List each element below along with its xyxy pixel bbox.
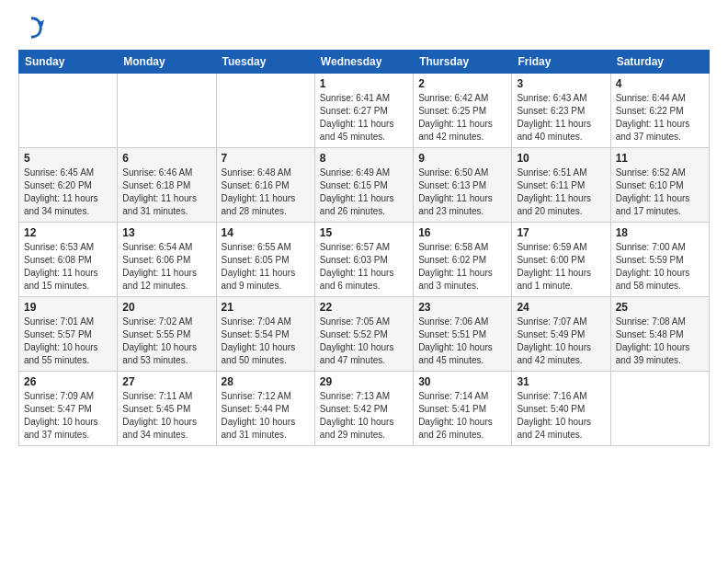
calendar-cell: 26Sunrise: 7:09 AM Sunset: 5:47 PM Dayli… (19, 372, 118, 446)
day-number: 20 (122, 301, 210, 314)
calendar-cell: 19Sunrise: 7:01 AM Sunset: 5:57 PM Dayli… (19, 297, 118, 372)
day-info: Sunrise: 7:04 AM Sunset: 5:54 PM Dayligh… (222, 316, 310, 367)
calendar-body: 1Sunrise: 6:41 AM Sunset: 6:27 PM Daylig… (19, 74, 710, 446)
day-info: Sunrise: 6:43 AM Sunset: 6:23 PM Dayligh… (517, 92, 605, 144)
day-number: 29 (320, 375, 408, 388)
day-info: Sunrise: 6:50 AM Sunset: 6:13 PM Dayligh… (418, 167, 506, 218)
day-number: 6 (122, 152, 210, 165)
calendar-cell: 8Sunrise: 6:49 AM Sunset: 6:15 PM Daylig… (314, 148, 413, 223)
day-number: 24 (517, 301, 605, 314)
day-of-week-header: Friday (512, 51, 610, 74)
calendar-cell (216, 74, 314, 148)
day-info: Sunrise: 7:05 AM Sunset: 5:52 PM Dayligh… (320, 316, 408, 367)
day-number: 28 (222, 375, 310, 388)
day-number: 23 (418, 301, 506, 314)
calendar-cell: 20Sunrise: 7:02 AM Sunset: 5:55 PM Dayli… (118, 297, 216, 372)
calendar-cell: 9Sunrise: 6:50 AM Sunset: 6:13 PM Daylig… (414, 148, 512, 223)
calendar-cell: 17Sunrise: 6:59 AM Sunset: 6:00 PM Dayli… (512, 223, 610, 297)
calendar-cell: 12Sunrise: 6:53 AM Sunset: 6:08 PM Dayli… (19, 223, 118, 297)
day-info: Sunrise: 7:13 AM Sunset: 5:42 PM Dayligh… (320, 390, 408, 442)
day-number: 3 (517, 77, 605, 90)
day-info: Sunrise: 7:06 AM Sunset: 5:51 PM Dayligh… (418, 316, 506, 367)
calendar-cell: 21Sunrise: 7:04 AM Sunset: 5:54 PM Dayli… (216, 297, 314, 372)
day-info: Sunrise: 6:53 AM Sunset: 6:08 PM Dayligh… (24, 241, 112, 293)
day-number: 9 (418, 152, 506, 165)
day-of-week-header: Saturday (610, 51, 709, 74)
calendar-cell: 16Sunrise: 6:58 AM Sunset: 6:02 PM Dayli… (414, 223, 512, 297)
day-number: 31 (517, 375, 605, 388)
calendar-cell: 7Sunrise: 6:48 AM Sunset: 6:16 PM Daylig… (216, 148, 314, 223)
day-info: Sunrise: 6:51 AM Sunset: 6:11 PM Dayligh… (517, 167, 605, 218)
logo-icon (18, 15, 44, 40)
day-number: 11 (616, 152, 704, 165)
day-info: Sunrise: 6:49 AM Sunset: 6:15 PM Dayligh… (320, 167, 408, 218)
day-info: Sunrise: 7:16 AM Sunset: 5:40 PM Dayligh… (517, 390, 605, 442)
day-number: 12 (24, 226, 112, 239)
calendar-cell (19, 74, 118, 148)
calendar-cell: 28Sunrise: 7:12 AM Sunset: 5:44 PM Dayli… (216, 372, 314, 446)
day-info: Sunrise: 7:08 AM Sunset: 5:48 PM Dayligh… (616, 316, 704, 367)
calendar-cell: 15Sunrise: 6:57 AM Sunset: 6:03 PM Dayli… (314, 223, 413, 297)
days-of-week-row: SundayMondayTuesdayWednesdayThursdayFrid… (19, 51, 710, 74)
day-info: Sunrise: 7:11 AM Sunset: 5:45 PM Dayligh… (122, 390, 210, 442)
day-number: 13 (122, 226, 210, 239)
calendar-cell: 3Sunrise: 6:43 AM Sunset: 6:23 PM Daylig… (512, 74, 610, 148)
day-of-week-header: Monday (118, 51, 216, 74)
day-of-week-header: Tuesday (216, 51, 314, 74)
calendar-cell: 14Sunrise: 6:55 AM Sunset: 6:05 PM Dayli… (216, 223, 314, 297)
day-info: Sunrise: 7:00 AM Sunset: 5:59 PM Dayligh… (616, 241, 704, 293)
day-number: 19 (24, 301, 112, 314)
calendar-cell: 18Sunrise: 7:00 AM Sunset: 5:59 PM Dayli… (610, 223, 709, 297)
calendar-cell: 31Sunrise: 7:16 AM Sunset: 5:40 PM Dayli… (512, 372, 610, 446)
day-info: Sunrise: 6:55 AM Sunset: 6:05 PM Dayligh… (222, 241, 310, 293)
calendar-cell: 30Sunrise: 7:14 AM Sunset: 5:41 PM Dayli… (414, 372, 512, 446)
day-number: 10 (517, 152, 605, 165)
day-number: 30 (418, 375, 506, 388)
day-info: Sunrise: 6:59 AM Sunset: 6:00 PM Dayligh… (517, 241, 605, 293)
day-number: 1 (320, 77, 408, 90)
day-info: Sunrise: 6:57 AM Sunset: 6:03 PM Dayligh… (320, 241, 408, 293)
calendar-cell: 29Sunrise: 7:13 AM Sunset: 5:42 PM Dayli… (314, 372, 413, 446)
calendar-cell: 23Sunrise: 7:06 AM Sunset: 5:51 PM Dayli… (414, 297, 512, 372)
day-info: Sunrise: 6:45 AM Sunset: 6:20 PM Dayligh… (24, 167, 112, 218)
day-number: 21 (222, 301, 310, 314)
day-number: 14 (222, 226, 310, 239)
day-info: Sunrise: 6:41 AM Sunset: 6:27 PM Dayligh… (320, 92, 408, 144)
day-info: Sunrise: 6:48 AM Sunset: 6:16 PM Dayligh… (222, 167, 310, 218)
calendar-cell: 13Sunrise: 6:54 AM Sunset: 6:06 PM Dayli… (118, 223, 216, 297)
day-number: 4 (616, 77, 704, 90)
day-number: 7 (222, 152, 310, 165)
calendar-cell (610, 372, 709, 446)
calendar-cell: 11Sunrise: 6:52 AM Sunset: 6:10 PM Dayli… (610, 148, 709, 223)
calendar-cell: 1Sunrise: 6:41 AM Sunset: 6:27 PM Daylig… (314, 74, 413, 148)
day-info: Sunrise: 7:09 AM Sunset: 5:47 PM Dayligh… (24, 390, 112, 442)
calendar-cell (118, 74, 216, 148)
calendar-cell: 27Sunrise: 7:11 AM Sunset: 5:45 PM Dayli… (118, 372, 216, 446)
day-number: 18 (616, 226, 704, 239)
day-info: Sunrise: 7:12 AM Sunset: 5:44 PM Dayligh… (222, 390, 310, 442)
day-number: 17 (517, 226, 605, 239)
logo (18, 15, 46, 40)
day-info: Sunrise: 6:46 AM Sunset: 6:18 PM Dayligh… (122, 167, 210, 218)
calendar-week-row: 5Sunrise: 6:45 AM Sunset: 6:20 PM Daylig… (19, 148, 710, 223)
day-info: Sunrise: 7:01 AM Sunset: 5:57 PM Dayligh… (24, 316, 112, 367)
day-number: 16 (418, 226, 506, 239)
calendar-cell: 24Sunrise: 7:07 AM Sunset: 5:49 PM Dayli… (512, 297, 610, 372)
day-info: Sunrise: 6:44 AM Sunset: 6:22 PM Dayligh… (616, 92, 704, 144)
day-number: 27 (122, 375, 210, 388)
calendar-cell: 25Sunrise: 7:08 AM Sunset: 5:48 PM Dayli… (610, 297, 709, 372)
day-info: Sunrise: 6:58 AM Sunset: 6:02 PM Dayligh… (418, 241, 506, 293)
day-number: 2 (418, 77, 506, 90)
header (18, 15, 710, 40)
calendar-week-row: 12Sunrise: 6:53 AM Sunset: 6:08 PM Dayli… (19, 223, 710, 297)
day-info: Sunrise: 6:52 AM Sunset: 6:10 PM Dayligh… (616, 167, 704, 218)
calendar-cell: 2Sunrise: 6:42 AM Sunset: 6:25 PM Daylig… (414, 74, 512, 148)
day-of-week-header: Wednesday (314, 51, 413, 74)
day-info: Sunrise: 6:54 AM Sunset: 6:06 PM Dayligh… (122, 241, 210, 293)
calendar-week-row: 26Sunrise: 7:09 AM Sunset: 5:47 PM Dayli… (19, 372, 710, 446)
day-info: Sunrise: 6:42 AM Sunset: 6:25 PM Dayligh… (418, 92, 506, 144)
day-number: 8 (320, 152, 408, 165)
day-number: 5 (24, 152, 112, 165)
page: SundayMondayTuesdayWednesdayThursdayFrid… (0, 0, 728, 563)
calendar-table: SundayMondayTuesdayWednesdayThursdayFrid… (18, 50, 710, 446)
